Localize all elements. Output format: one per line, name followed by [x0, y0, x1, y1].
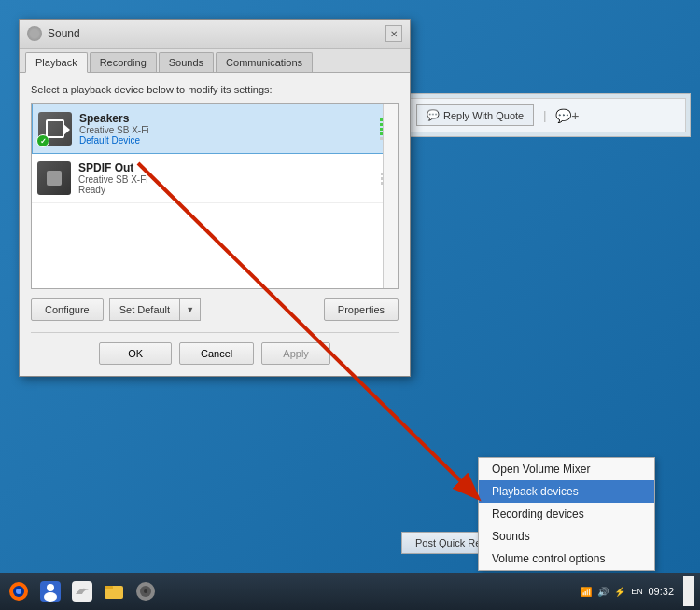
reply-bar: 💬 Reply With Quote | 💬+ [406, 98, 686, 132]
bottom-buttons-row: OK Cancel Apply [31, 332, 399, 365]
taskbar-icon-people[interactable] [35, 576, 65, 606]
properties-button[interactable]: Properties [324, 298, 399, 321]
people-icon [40, 581, 61, 602]
audio-icon [135, 581, 156, 602]
svg-point-6 [47, 584, 54, 591]
clock-time: 09:32 [648, 586, 674, 597]
speakers-name: Speakers [79, 112, 380, 125]
spdif-subtitle: Creative SB X-Fi [78, 174, 381, 185]
device-item-spdif[interactable]: SPDIF Out Creative SB X-Fi Ready [32, 154, 398, 203]
dialog-title: Sound [48, 27, 80, 40]
tab-playback[interactable]: Playback [25, 52, 88, 73]
speaker-device-icon: ✓ [38, 112, 72, 146]
dialog-instruction: Select a playback device below to modify… [31, 84, 399, 95]
close-button[interactable]: ✕ [385, 25, 402, 42]
svg-rect-10 [105, 586, 113, 589]
dialog-titlebar: Sound ✕ [20, 20, 410, 49]
speaker-shape [46, 119, 64, 138]
svg-point-4 [16, 589, 21, 594]
taskbar-icon-firefox[interactable] [4, 576, 34, 606]
taskbar-icon-bird[interactable] [67, 576, 97, 606]
tray-icons: 📶 🔊 ⚡ EN [579, 584, 644, 599]
svg-point-7 [44, 592, 57, 602]
apply-button[interactable]: Apply [261, 342, 330, 365]
sound-dialog: Sound ✕ Playback Recording Sounds Commun… [19, 19, 411, 377]
tray-icon-3: ⚡ [612, 584, 627, 599]
speakers-status: Default Device [79, 135, 380, 146]
title-left: Sound [27, 26, 80, 41]
context-item-volume-control[interactable]: Volume control options [479, 548, 654, 570]
bird-icon [72, 581, 92, 602]
context-item-recording-devices[interactable]: Recording devices [479, 503, 654, 525]
device-list[interactable]: ✓ Speakers Creative SB X-Fi Default Devi… [31, 103, 399, 289]
spdif-info: SPDIF Out Creative SB X-Fi Ready [78, 161, 381, 195]
device-item-speakers[interactable]: ✓ Speakers Creative SB X-Fi Default Devi… [32, 104, 398, 154]
context-item-playback-devices[interactable]: Playback devices [479, 480, 654, 503]
default-check-icon: ✓ [36, 134, 49, 147]
action-buttons-row: Configure Set Default ▼ Properties [31, 298, 399, 321]
spdif-name: SPDIF Out [78, 161, 381, 174]
dialog-body: Select a playback device below to modify… [20, 73, 410, 376]
context-item-open-volume-mixer[interactable]: Open Volume Mixer [479, 458, 654, 480]
tray-area: 📶 🔊 ⚡ EN 09:32 [579, 576, 696, 606]
spdif-status: Ready [78, 185, 381, 195]
forum-area: 💬 Reply With Quote | 💬+ [401, 93, 691, 137]
device-list-scrollbar[interactable] [383, 104, 398, 288]
divider: | [543, 109, 546, 122]
taskbar: 📶 🔊 ⚡ EN 09:32 [0, 573, 700, 610]
taskbar-icon-folder[interactable] [99, 576, 129, 606]
svg-point-13 [144, 589, 147, 593]
context-menu: Open Volume Mixer Playback devices Recor… [478, 457, 655, 571]
reply-with-quote-label: Reply With Quote [443, 110, 524, 121]
set-default-dropdown-arrow[interactable]: ▼ [179, 298, 201, 321]
tray-icon-1: 📶 [579, 584, 594, 599]
taskbar-icon-audio[interactable] [131, 576, 161, 606]
tab-sounds[interactable]: Sounds [159, 52, 214, 72]
tab-recording[interactable]: Recording [90, 52, 157, 72]
spdif-device-icon [37, 161, 71, 195]
folder-icon [104, 581, 124, 602]
set-default-button[interactable]: Set Default [109, 298, 179, 321]
speakers-info: Speakers Creative SB X-Fi Default Device [79, 112, 380, 146]
quote-icon: 💬 [427, 109, 440, 121]
tray-icon-2: 🔊 [595, 584, 610, 599]
firefox-icon [8, 581, 29, 602]
speakers-subtitle: Creative SB X-Fi [79, 125, 380, 135]
context-item-sounds[interactable]: Sounds [479, 525, 654, 548]
tab-bar: Playback Recording Sounds Communications [20, 49, 410, 73]
tray-icon-lang: EN [629, 584, 644, 599]
spdif-shape [47, 171, 62, 186]
dialog-app-icon [27, 26, 42, 41]
ok-button[interactable]: OK [99, 342, 172, 365]
extra-icon: 💬+ [555, 108, 579, 123]
cancel-button[interactable]: Cancel [179, 342, 254, 365]
configure-button[interactable]: Configure [31, 298, 104, 321]
tab-communications[interactable]: Communications [216, 52, 313, 72]
reply-with-quote-button[interactable]: 💬 Reply With Quote [416, 104, 534, 126]
set-default-split-button[interactable]: Set Default ▼ [109, 298, 201, 321]
show-desktop-button[interactable] [683, 576, 694, 606]
system-clock: 09:32 [648, 586, 674, 597]
